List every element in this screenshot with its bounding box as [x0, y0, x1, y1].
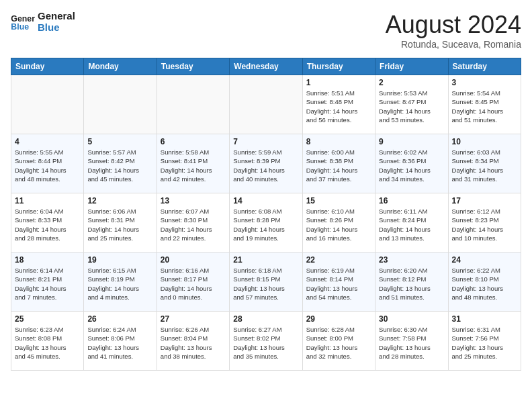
table-row [157, 75, 229, 134]
day-info: Sunrise: 6:27 AMSunset: 8:02 PMDaylight:… [233, 325, 298, 361]
day-info: Sunrise: 6:24 AMSunset: 8:06 PMDaylight:… [87, 325, 152, 361]
day-info: Sunrise: 6:20 AMSunset: 8:12 PMDaylight:… [379, 266, 444, 302]
table-row [230, 75, 302, 134]
day-number: 13 [161, 196, 226, 205]
table-row: 5Sunrise: 5:57 AMSunset: 8:42 PMDaylight… [84, 134, 157, 193]
month-info: August 2024 Rotunda, Suceava, Romania [386, 11, 521, 50]
table-row: 21Sunrise: 6:18 AMSunset: 8:15 PMDayligh… [230, 253, 302, 312]
table-row: 22Sunrise: 6:19 AMSunset: 8:14 PMDayligh… [302, 253, 375, 312]
day-info: Sunrise: 6:26 AMSunset: 8:04 PMDaylight:… [161, 325, 226, 361]
day-info: Sunrise: 6:28 AMSunset: 8:00 PMDaylight:… [306, 325, 371, 361]
logo: General Blue General Blue [11, 11, 75, 33]
day-info: Sunrise: 5:57 AMSunset: 8:42 PMDaylight:… [87, 148, 152, 183]
table-row: 18Sunrise: 6:14 AMSunset: 8:21 PMDayligh… [11, 253, 84, 312]
day-number: 10 [452, 137, 517, 146]
day-number: 19 [87, 255, 152, 265]
day-number: 21 [233, 255, 298, 265]
day-number: 23 [379, 255, 444, 265]
col-thursday: Thursday [302, 58, 375, 75]
table-row: 20Sunrise: 6:16 AMSunset: 8:17 PMDayligh… [157, 253, 229, 312]
table-row [11, 75, 84, 134]
table-row: 15Sunrise: 6:10 AMSunset: 8:26 PMDayligh… [302, 193, 375, 253]
day-number: 26 [87, 314, 152, 324]
month-title: August 2024 [386, 11, 521, 39]
calendar-week-row: 1Sunrise: 5:51 AMSunset: 8:48 PMDaylight… [11, 75, 521, 134]
day-number: 28 [233, 314, 298, 324]
table-row: 8Sunrise: 6:00 AMSunset: 8:38 PMDaylight… [302, 134, 375, 193]
table-row: 12Sunrise: 6:06 AMSunset: 8:31 PMDayligh… [84, 193, 157, 253]
day-info: Sunrise: 6:03 AMSunset: 8:34 PMDaylight:… [452, 148, 517, 183]
calendar-week-row: 18Sunrise: 6:14 AMSunset: 8:21 PMDayligh… [11, 253, 521, 312]
calendar-week-row: 11Sunrise: 6:04 AMSunset: 8:33 PMDayligh… [11, 193, 521, 253]
day-number: 12 [87, 196, 152, 205]
day-number: 16 [379, 196, 444, 205]
day-info: Sunrise: 6:06 AMSunset: 8:31 PMDaylight:… [87, 207, 152, 242]
day-info: Sunrise: 6:23 AMSunset: 8:08 PMDaylight:… [15, 325, 80, 361]
day-info: Sunrise: 6:08 AMSunset: 8:28 PMDaylight:… [233, 207, 298, 242]
table-row [84, 75, 157, 134]
calendar-table: Sunday Monday Tuesday Wednesday Thursday… [11, 58, 521, 371]
col-saturday: Saturday [448, 58, 521, 75]
day-info: Sunrise: 5:55 AMSunset: 8:44 PMDaylight:… [15, 148, 80, 183]
calendar-week-row: 25Sunrise: 6:23 AMSunset: 8:08 PMDayligh… [11, 312, 521, 371]
table-row: 10Sunrise: 6:03 AMSunset: 8:34 PMDayligh… [448, 134, 521, 193]
table-row: 30Sunrise: 6:30 AMSunset: 7:58 PMDayligh… [375, 312, 448, 371]
table-row: 29Sunrise: 6:28 AMSunset: 8:00 PMDayligh… [302, 312, 375, 371]
day-number: 24 [452, 255, 517, 265]
table-row: 16Sunrise: 6:11 AMSunset: 8:24 PMDayligh… [375, 193, 448, 253]
svg-text:Blue: Blue [11, 22, 29, 32]
location: Rotunda, Suceava, Romania [386, 39, 521, 50]
day-number: 4 [15, 137, 80, 146]
day-number: 27 [161, 314, 226, 324]
day-number: 2 [379, 78, 444, 87]
col-tuesday: Tuesday [157, 58, 229, 75]
day-number: 15 [306, 196, 371, 205]
day-info: Sunrise: 6:14 AMSunset: 8:21 PMDaylight:… [15, 266, 80, 302]
table-row: 17Sunrise: 6:12 AMSunset: 8:23 PMDayligh… [448, 193, 521, 253]
table-row: 7Sunrise: 5:59 AMSunset: 8:39 PMDaylight… [230, 134, 302, 193]
table-row: 28Sunrise: 6:27 AMSunset: 8:02 PMDayligh… [230, 312, 302, 371]
table-row: 19Sunrise: 6:15 AMSunset: 8:19 PMDayligh… [84, 253, 157, 312]
col-friday: Friday [375, 58, 448, 75]
day-number: 29 [306, 314, 371, 324]
day-info: Sunrise: 6:22 AMSunset: 8:10 PMDaylight:… [452, 266, 517, 302]
day-number: 7 [233, 137, 298, 146]
table-row: 25Sunrise: 6:23 AMSunset: 8:08 PMDayligh… [11, 312, 84, 371]
day-info: Sunrise: 6:00 AMSunset: 8:38 PMDaylight:… [306, 148, 371, 183]
day-number: 3 [452, 78, 517, 87]
table-row: 31Sunrise: 6:31 AMSunset: 7:56 PMDayligh… [448, 312, 521, 371]
day-number: 6 [161, 137, 226, 146]
day-number: 5 [87, 137, 152, 146]
table-row: 13Sunrise: 6:07 AMSunset: 8:30 PMDayligh… [157, 193, 229, 253]
col-wednesday: Wednesday [230, 58, 302, 75]
table-row: 23Sunrise: 6:20 AMSunset: 8:12 PMDayligh… [375, 253, 448, 312]
day-info: Sunrise: 6:30 AMSunset: 7:58 PMDaylight:… [379, 325, 444, 361]
table-row: 27Sunrise: 6:26 AMSunset: 8:04 PMDayligh… [157, 312, 229, 371]
day-info: Sunrise: 5:58 AMSunset: 8:41 PMDaylight:… [161, 148, 226, 183]
day-number: 11 [15, 196, 80, 205]
day-info: Sunrise: 6:16 AMSunset: 8:17 PMDaylight:… [161, 266, 226, 302]
day-number: 9 [379, 137, 444, 146]
table-row: 14Sunrise: 6:08 AMSunset: 8:28 PMDayligh… [230, 193, 302, 253]
day-info: Sunrise: 6:19 AMSunset: 8:14 PMDaylight:… [306, 266, 371, 302]
table-row: 2Sunrise: 5:53 AMSunset: 8:47 PMDaylight… [375, 75, 448, 134]
day-info: Sunrise: 6:02 AMSunset: 8:36 PMDaylight:… [379, 148, 444, 183]
day-number: 8 [306, 137, 371, 146]
day-number: 17 [452, 196, 517, 205]
logo-icon: General Blue [11, 12, 35, 32]
day-info: Sunrise: 6:11 AMSunset: 8:24 PMDaylight:… [379, 207, 444, 242]
table-row: 1Sunrise: 5:51 AMSunset: 8:48 PMDaylight… [302, 75, 375, 134]
day-info: Sunrise: 6:10 AMSunset: 8:26 PMDaylight:… [306, 207, 371, 242]
day-info: Sunrise: 6:07 AMSunset: 8:30 PMDaylight:… [161, 207, 226, 242]
day-number: 1 [306, 78, 371, 87]
col-sunday: Sunday [11, 58, 84, 75]
day-number: 14 [233, 196, 298, 205]
day-info: Sunrise: 6:12 AMSunset: 8:23 PMDaylight:… [452, 207, 517, 242]
calendar-header-row: Sunday Monday Tuesday Wednesday Thursday… [11, 58, 521, 75]
logo-blue: Blue [38, 22, 75, 34]
day-info: Sunrise: 6:04 AMSunset: 8:33 PMDaylight:… [15, 207, 80, 242]
table-row: 9Sunrise: 6:02 AMSunset: 8:36 PMDaylight… [375, 134, 448, 193]
page-header: General Blue General Blue August 2024 Ro… [11, 11, 521, 50]
table-row: 26Sunrise: 6:24 AMSunset: 8:06 PMDayligh… [84, 312, 157, 371]
calendar-week-row: 4Sunrise: 5:55 AMSunset: 8:44 PMDaylight… [11, 134, 521, 193]
